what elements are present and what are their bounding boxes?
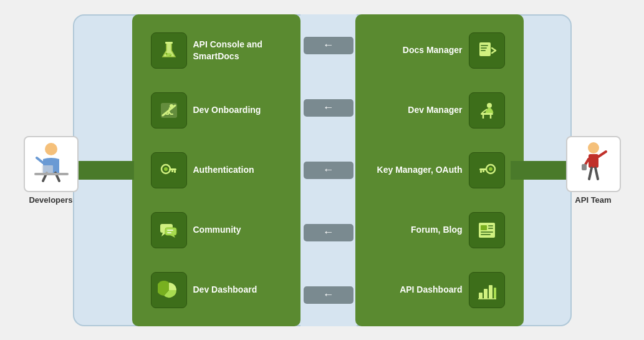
arrow-3: ← bbox=[304, 162, 353, 179]
svg-rect-31 bbox=[483, 170, 484, 172]
api-console-label: API Console and SmartDocs bbox=[193, 39, 294, 61]
svg-marker-15 bbox=[170, 235, 175, 238]
svg-point-49 bbox=[588, 142, 599, 153]
arrow-5: ← bbox=[304, 286, 353, 304]
svg-point-3 bbox=[170, 55, 171, 56]
newspaper-icon bbox=[476, 219, 498, 241]
svg-rect-11 bbox=[171, 170, 173, 172]
svg-rect-10 bbox=[174, 170, 176, 173]
arrow-2: ← bbox=[304, 99, 353, 117]
svg-rect-33 bbox=[481, 225, 487, 230]
developers-label: Developers bbox=[29, 195, 72, 205]
svg-line-54 bbox=[595, 168, 598, 179]
svg-rect-17 bbox=[167, 232, 171, 233]
svg-rect-14 bbox=[165, 228, 176, 235]
svg-rect-35 bbox=[488, 228, 493, 229]
dev-dashboard-label: Dev Dashboard bbox=[193, 284, 257, 295]
middle-area: ← ← ← ← ← bbox=[300, 14, 357, 326]
docs-manager-icon-box bbox=[469, 32, 505, 69]
forum-blog-icon-box bbox=[469, 212, 505, 248]
svg-rect-50 bbox=[589, 154, 598, 168]
svg-point-6 bbox=[170, 104, 173, 108]
dev-dashboard-icon-box bbox=[151, 272, 187, 308]
svg-point-2 bbox=[165, 52, 167, 54]
diagram-container: API Console and SmartDocs Dev Onboarding bbox=[17, 8, 628, 333]
bar-chart-icon bbox=[476, 279, 498, 301]
community-label: Community bbox=[193, 224, 241, 235]
left-connector bbox=[75, 161, 134, 180]
svg-line-51 bbox=[598, 152, 606, 157]
svg-rect-20 bbox=[481, 47, 487, 49]
svg-rect-37 bbox=[481, 234, 491, 235]
list-item: Dev Dashboard bbox=[151, 265, 294, 315]
docs-icon bbox=[476, 39, 498, 62]
api-dashboard-icon-box bbox=[469, 272, 505, 308]
developer-svg bbox=[29, 140, 73, 187]
authentication-icon-box bbox=[151, 152, 187, 188]
svg-rect-39 bbox=[484, 289, 488, 299]
dev-onboarding-label: Dev Onboarding bbox=[193, 104, 261, 115]
list-item: Dev Onboarding bbox=[151, 85, 294, 135]
arrow-1: ← bbox=[304, 37, 353, 54]
docs-manager-label: Docs Manager bbox=[403, 44, 463, 56]
svg-rect-18 bbox=[479, 42, 491, 56]
api-team-figure bbox=[566, 136, 621, 192]
list-item: Key Manager, OAuth bbox=[362, 145, 505, 195]
svg-rect-34 bbox=[488, 225, 493, 226]
svg-line-44 bbox=[37, 158, 43, 163]
svg-rect-19 bbox=[481, 45, 488, 46]
developers-person: Developers bbox=[20, 136, 82, 205]
svg-rect-36 bbox=[481, 231, 493, 233]
svg-rect-29 bbox=[479, 168, 487, 170]
list-item: Authentication bbox=[151, 145, 294, 195]
list-item: API Console and SmartDocs bbox=[151, 26, 294, 75]
svg-rect-41 bbox=[494, 288, 496, 299]
api-team-person: API Team bbox=[562, 136, 625, 205]
left-panel: API Console and SmartDocs Dev Onboarding bbox=[132, 14, 300, 326]
dev-manager-label: Dev Manager bbox=[408, 104, 462, 115]
list-item: Dev Manager bbox=[362, 85, 505, 135]
list-item: Docs Manager bbox=[362, 26, 505, 75]
svg-rect-16 bbox=[167, 230, 173, 231]
svg-rect-40 bbox=[489, 285, 493, 299]
svg-point-43 bbox=[45, 143, 57, 155]
key-manager-label: Key Manager, OAuth bbox=[377, 164, 463, 175]
svg-point-28 bbox=[489, 167, 493, 171]
svg-rect-32 bbox=[479, 223, 495, 238]
svg-rect-0 bbox=[165, 42, 173, 44]
arrow-4: ← bbox=[304, 224, 353, 241]
svg-rect-48 bbox=[42, 165, 53, 173]
pie-chart-icon bbox=[158, 279, 180, 301]
dev-onboarding-icon-box bbox=[151, 92, 187, 129]
key-manager-icon-box bbox=[469, 152, 505, 188]
api-team-label: API Team bbox=[575, 195, 611, 205]
svg-point-22 bbox=[487, 103, 492, 108]
community-icon-box bbox=[151, 212, 187, 248]
person-desk-icon bbox=[476, 99, 498, 122]
key-icon bbox=[158, 159, 180, 182]
list-item: Community bbox=[151, 205, 294, 255]
chat-icon bbox=[158, 219, 180, 241]
developers-figure bbox=[24, 136, 79, 192]
right-panel: Docs Manager Dev Manager bbox=[355, 14, 524, 326]
dev-manager-icon-box bbox=[469, 92, 505, 129]
key-right-icon bbox=[476, 159, 498, 182]
svg-rect-30 bbox=[480, 170, 482, 173]
authentication-label: Authentication bbox=[193, 164, 254, 175]
list-item: Forum, Blog bbox=[362, 205, 505, 255]
right-connector bbox=[511, 161, 570, 180]
list-item: API Dashboard bbox=[362, 265, 505, 315]
svg-rect-21 bbox=[481, 50, 486, 51]
escalator-icon bbox=[158, 99, 180, 122]
svg-point-8 bbox=[164, 167, 168, 171]
flask-icon bbox=[158, 39, 180, 62]
api-dashboard-label: API Dashboard bbox=[400, 284, 462, 295]
api-team-svg bbox=[572, 140, 615, 187]
svg-rect-55 bbox=[582, 164, 587, 170]
svg-rect-9 bbox=[169, 168, 176, 170]
forum-blog-label: Forum, Blog bbox=[411, 224, 462, 235]
api-console-icon-box bbox=[151, 32, 187, 69]
svg-line-53 bbox=[589, 168, 592, 179]
svg-rect-47 bbox=[34, 173, 69, 175]
svg-rect-38 bbox=[479, 293, 483, 299]
